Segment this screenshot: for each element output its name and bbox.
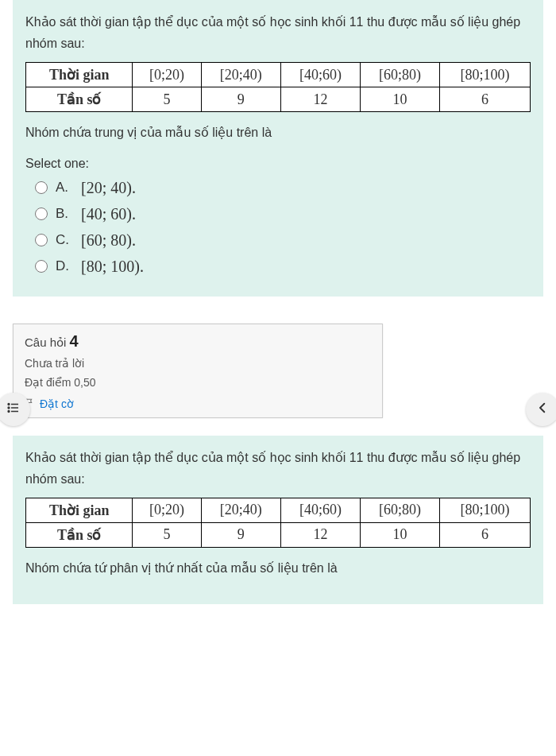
collapse-button[interactable] <box>526 393 556 426</box>
table-cell: [20;40) <box>201 498 280 522</box>
svg-point-0 <box>8 403 10 405</box>
chevron-left-icon <box>535 401 550 419</box>
question-number: 4 <box>70 332 79 350</box>
marks-label: Đạt điểm 0,50 <box>25 376 371 389</box>
table-header-freq: Tần số <box>26 522 133 547</box>
table-cell: 10 <box>361 522 440 547</box>
table-row: Tần số 5 9 12 10 6 <box>26 522 531 547</box>
question-4-table: Thời gian [0;20) [20;40) [40;60) [60;80)… <box>25 498 531 548</box>
question-3-prompt: Khảo sát thời gian tập thể dục của một s… <box>25 11 531 54</box>
option-b[interactable]: B. [40; 60). <box>35 205 531 223</box>
table-cell: [0;20) <box>133 498 201 522</box>
table-cell: 6 <box>440 522 531 547</box>
table-row: Tần số 5 9 12 10 6 <box>26 87 531 112</box>
question-4-info: Câu hỏi 4 Chưa trả lời Đạt điểm 0,50 Đặt… <box>13 324 383 418</box>
option-a-radio[interactable] <box>35 181 48 194</box>
question-title: Câu hỏi 4 <box>25 332 371 351</box>
question-4-subprompt: Nhóm chứa tứ phân vị thứ nhất của mẫu số… <box>25 557 531 579</box>
svg-point-2 <box>8 407 10 409</box>
option-text: [80; 100). <box>81 258 144 276</box>
table-cell: 12 <box>280 522 360 547</box>
option-c-radio[interactable] <box>35 234 48 246</box>
table-cell: 9 <box>201 87 280 112</box>
table-cell: 6 <box>440 87 531 112</box>
question-3-options: A. [20; 40). B. [40; 60). C. [60; 80). D… <box>25 179 531 276</box>
list-icon <box>6 401 21 419</box>
option-text: [20; 40). <box>81 179 136 197</box>
table-cell: [0;20) <box>133 63 201 87</box>
table-cell: 10 <box>361 87 440 112</box>
table-cell: 5 <box>133 522 201 547</box>
svg-point-4 <box>8 410 10 412</box>
flag-link[interactable]: Đặt cờ <box>40 397 74 410</box>
answer-status: Chưa trả lời <box>25 357 371 370</box>
option-letter: D. <box>56 258 73 274</box>
option-text: [40; 60). <box>81 205 136 223</box>
option-d[interactable]: D. [80; 100). <box>35 258 531 276</box>
table-cell: [80;100) <box>440 63 531 87</box>
table-cell: 9 <box>201 522 280 547</box>
option-text: [60; 80). <box>81 231 136 250</box>
table-cell: [60;80) <box>361 63 440 87</box>
table-header-time: Thời gian <box>26 63 133 87</box>
option-b-radio[interactable] <box>35 207 48 220</box>
table-cell: [20;40) <box>201 63 280 87</box>
option-letter: A. <box>56 180 73 196</box>
table-cell: 12 <box>280 87 360 112</box>
table-cell: [60;80) <box>361 498 440 522</box>
question-3-subprompt: Nhóm chứa trung vị của mẫu số liệu trên … <box>25 122 531 143</box>
table-cell: [80;100) <box>440 498 531 522</box>
option-letter: B. <box>56 206 73 222</box>
table-cell: 5 <box>133 87 201 112</box>
question-3-table: Thời gian [0;20) [20;40) [40;60) [60;80)… <box>25 62 531 112</box>
table-header-freq: Tần số <box>26 87 133 112</box>
option-letter: C. <box>56 232 73 248</box>
question-4-content: Khảo sát thời gian tập thể dục của một s… <box>13 436 543 605</box>
question-4-prompt: Khảo sát thời gian tập thể dục của một s… <box>25 447 531 490</box>
table-header-time: Thời gian <box>26 498 133 522</box>
option-a[interactable]: A. [20; 40). <box>35 179 531 197</box>
quiz-navigation-button[interactable] <box>0 393 30 426</box>
option-d-radio[interactable] <box>35 260 48 273</box>
table-row: Thời gian [0;20) [20;40) [40;60) [60;80)… <box>26 63 531 87</box>
question-title-prefix: Câu hỏi <box>25 335 70 349</box>
flag-question[interactable]: Đặt cờ <box>25 397 371 411</box>
table-cell: [40;60) <box>280 63 360 87</box>
table-row: Thời gian [0;20) [20;40) [40;60) [60;80)… <box>26 498 531 522</box>
select-one-label: Select one: <box>25 157 531 171</box>
option-c[interactable]: C. [60; 80). <box>35 231 531 250</box>
table-cell: [40;60) <box>280 498 360 522</box>
question-3-content: Khảo sát thời gian tập thể dục của một s… <box>13 0 543 297</box>
